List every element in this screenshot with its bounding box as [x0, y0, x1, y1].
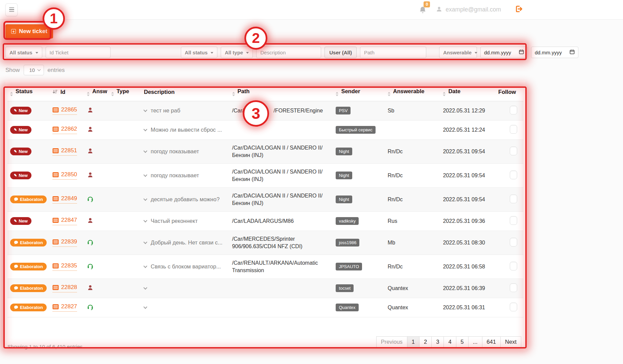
expand-chevron-icon[interactable] [143, 305, 147, 309]
follow-checkbox[interactable] [510, 106, 517, 114]
answerable-filter[interactable]: Answerable [439, 47, 477, 58]
status-label: Elaboraton [20, 197, 43, 202]
answerable-cell: Rus [385, 211, 440, 231]
ticket-id-link[interactable]: 22828 [61, 284, 77, 291]
status-label: Elaboraton [20, 264, 43, 269]
expand-chevron-icon[interactable] [143, 127, 147, 131]
ticket-id-wrap: 22849 [52, 195, 77, 204]
follow-checkbox[interactable] [510, 262, 517, 270]
date-cell: 2022.05.31 06:39 [440, 279, 496, 298]
sender-badge: Night [336, 196, 352, 203]
status-filter-1[interactable]: All status [5, 47, 42, 58]
follow-checkbox[interactable] [510, 238, 517, 246]
logout-button[interactable] [514, 5, 523, 14]
chat-icon-wrap [14, 240, 18, 245]
follow-checkbox[interactable] [510, 194, 517, 203]
column-header-status[interactable]: Status [7, 83, 50, 101]
ticket-id-wrap: 22865 [52, 106, 77, 115]
description-text: десятые добавить можно? [151, 196, 220, 202]
follow-checkbox[interactable] [510, 283, 517, 292]
column-header-sender[interactable]: Sender [333, 83, 385, 101]
follow-checkbox[interactable] [510, 171, 517, 179]
answerable-cell: Sb [385, 101, 440, 120]
column-header-path[interactable]: Path [230, 83, 333, 101]
ticket-id-link[interactable]: 22851 [61, 147, 77, 154]
hamburger-menu-button[interactable] [5, 3, 18, 16]
user-scope-button[interactable]: User (All) [325, 47, 357, 58]
description-filter-input[interactable] [256, 47, 321, 58]
user-answered-icon [87, 284, 94, 291]
column-header-date[interactable]: Date [440, 83, 496, 101]
column-header-type[interactable]: Type [109, 83, 141, 101]
topbar: 0 example@gmail.com [0, 0, 623, 20]
column-header-id[interactable]: Id [50, 83, 84, 101]
expand-chevron-icon[interactable] [143, 108, 147, 112]
pagination-page-5[interactable]: 5 [456, 336, 469, 347]
expand-chevron-icon[interactable] [143, 218, 147, 222]
ticket-id-link[interactable]: 22839 [61, 238, 77, 245]
pagination-previous[interactable]: Previous [376, 336, 407, 347]
status-filter-2[interactable]: All status [181, 47, 218, 58]
column-label: Sender [341, 88, 360, 94]
chat-bubble-icon [14, 240, 18, 245]
follow-checkbox[interactable] [510, 303, 517, 311]
type-cell [109, 187, 141, 211]
ticket-row: Elaboraton22835Связь с блоком вариатор..… [7, 255, 523, 279]
date-from-input[interactable]: dd.mm.yyyy [480, 47, 528, 58]
chevron-down-icon [35, 52, 38, 54]
date-cell: 2022.05.31 09:54 [440, 163, 496, 187]
pen-icon: ✎ [14, 128, 17, 132]
status-badge: ✎New [10, 217, 31, 225]
column-label: Follow [498, 89, 516, 95]
pagination-page-1[interactable]: 1 [407, 336, 420, 347]
id-ticket-input[interactable] [46, 47, 111, 58]
column-header-follow: Follow [496, 83, 523, 101]
pagination-page-4[interactable]: 4 [444, 336, 456, 347]
follow-checkbox[interactable] [510, 216, 517, 225]
follow-checkbox[interactable] [510, 147, 517, 155]
ticket-id-link[interactable]: 22847 [61, 217, 77, 224]
pagination-page-641[interactable]: 641 [482, 336, 501, 347]
path-text: /Car/MERCEDES/Sprinter 906/906.635/CDI4 … [232, 236, 303, 249]
answerable-cell: Quantex [385, 298, 440, 317]
date-to-input[interactable]: dd.mm.yyyy [531, 47, 578, 58]
ticket-id-link[interactable]: 22835 [61, 262, 77, 269]
pagination-page-...[interactable]: ... [468, 336, 482, 347]
answerable-cell [385, 120, 440, 139]
ticket-list-icon [52, 148, 59, 154]
follow-checkbox[interactable] [510, 125, 517, 134]
ticket-list-icon [52, 172, 59, 178]
sort-icon [336, 92, 338, 96]
expand-chevron-icon[interactable] [143, 286, 147, 289]
answerable-cell: Mb [385, 231, 440, 255]
path-text: /Car/DACIA/LOGAN II / SANDERO II/ Бензин… [232, 193, 323, 206]
new-ticket-button[interactable]: + New ticket [5, 24, 53, 38]
ticket-id-link[interactable]: 22827 [61, 303, 77, 310]
pagination-page-3[interactable]: 3 [431, 336, 444, 347]
type-filter[interactable]: All type [221, 47, 253, 58]
page-size-select[interactable]: 10 [24, 65, 44, 75]
column-header-answ[interactable]: Answ [84, 83, 109, 101]
pen-icon: ✎ [14, 174, 17, 177]
expand-chevron-icon[interactable] [143, 173, 147, 177]
expand-chevron-icon[interactable] [143, 264, 147, 268]
pagination-next[interactable]: Next [500, 336, 521, 347]
notifications-button[interactable]: 0 [419, 6, 426, 15]
pagination-page-2[interactable]: 2 [419, 336, 432, 347]
path-text: /Car/RENAULT/ARKANA/Automatic Transmissi… [232, 260, 318, 273]
sort-icon [443, 92, 446, 96]
answerable-cell: Rn/Dc [385, 163, 440, 187]
expand-chevron-icon[interactable] [143, 240, 147, 244]
type-cell [109, 211, 141, 231]
ticket-row: Elaboraton22828tocsetQuantex2022.05.31 0… [7, 279, 523, 298]
expand-chevron-icon[interactable] [143, 149, 147, 153]
sender-badge: JPSAUTO [336, 263, 362, 270]
column-header-answerable[interactable]: Answerable [385, 83, 440, 101]
ticket-id-link[interactable]: 22850 [61, 171, 77, 178]
ticket-id-link[interactable]: 22849 [61, 195, 77, 202]
user-account[interactable]: example@gmail.com [436, 6, 501, 14]
ticket-id-link[interactable]: 22865 [61, 106, 77, 113]
expand-chevron-icon[interactable] [143, 197, 147, 201]
path-filter-input[interactable] [360, 47, 426, 58]
ticket-id-link[interactable]: 22862 [61, 126, 77, 132]
